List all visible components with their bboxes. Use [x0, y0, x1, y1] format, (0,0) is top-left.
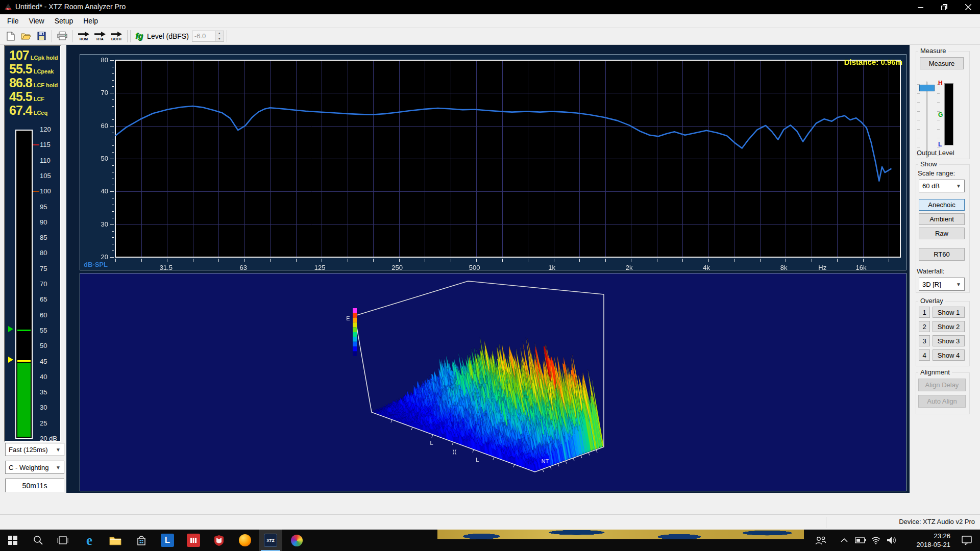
- meter-scale-label: 95: [40, 203, 47, 211]
- show-4-button[interactable]: Show 4: [933, 349, 965, 361]
- spin-up-icon[interactable]: ▲: [215, 31, 224, 37]
- chevron-down-icon: ▼: [956, 183, 961, 189]
- meter-hold-line: [17, 330, 31, 331]
- measure-button[interactable]: Measure: [920, 57, 964, 69]
- meter-scale-label: 85: [40, 234, 47, 241]
- meter-scale-label: 35: [40, 388, 47, 396]
- meter-hold-line: [17, 360, 31, 362]
- action-center-icon[interactable]: [955, 530, 978, 551]
- open-file-button[interactable]: [18, 29, 34, 43]
- windows-logo-icon: [8, 536, 17, 545]
- rt60-button[interactable]: RT60: [919, 248, 965, 261]
- waterfall-mode-select[interactable]: 3D [R]▼: [919, 278, 965, 291]
- people-icon[interactable]: [811, 530, 831, 551]
- overlay-4-button[interactable]: 4: [919, 349, 930, 361]
- vu-high-label: H: [938, 80, 943, 87]
- chevron-down-icon: ▼: [56, 447, 61, 453]
- menu-file[interactable]: File: [2, 15, 24, 27]
- toolbar: ROM RTA BOTH fg Level (dBFS) -6.0 ▲ ▼: [0, 28, 980, 45]
- menu-help[interactable]: Help: [78, 15, 103, 27]
- anechoic-button[interactable]: Anechoic: [919, 199, 965, 211]
- overlay-1-button[interactable]: 1: [919, 307, 930, 318]
- meter-scale-label: 110: [40, 157, 51, 164]
- search-icon: [33, 535, 43, 545]
- app-logo-icon: fle: [4, 3, 12, 13]
- title-bar: fle Untitled* - XTZ Room Analyzer Pro: [0, 0, 980, 14]
- ambient-button[interactable]: Ambient: [919, 213, 965, 225]
- spl-level-meter: [15, 130, 33, 439]
- align-delay-button[interactable]: Align Delay: [918, 379, 966, 391]
- meter-scale-label: 50: [40, 342, 47, 349]
- close-button[interactable]: [957, 0, 980, 14]
- minimize-button[interactable]: [909, 0, 932, 14]
- weighting-select[interactable]: C - Weighting▼: [5, 461, 64, 474]
- toolbar-separator: [227, 30, 227, 42]
- new-file-icon: [7, 32, 15, 41]
- new-file-button[interactable]: [3, 29, 18, 43]
- menu-bar: File View Setup Help: [0, 14, 980, 28]
- edge-browser-icon[interactable]: e: [78, 530, 101, 551]
- overlay-3-button[interactable]: 3: [919, 335, 930, 346]
- paint3d-icon[interactable]: [285, 530, 308, 551]
- show-3-button[interactable]: Show 3: [933, 335, 965, 346]
- firefox-icon[interactable]: [233, 530, 257, 551]
- print-button[interactable]: [55, 29, 70, 43]
- search-button[interactable]: [27, 530, 50, 551]
- store-icon[interactable]: [130, 530, 153, 551]
- meter-speed-select[interactable]: Fast (125ms)▼: [5, 443, 64, 456]
- export-both-button[interactable]: BOTH: [108, 29, 125, 43]
- auto-align-button[interactable]: Auto Align: [918, 395, 966, 408]
- show-1-button[interactable]: Show 1: [933, 307, 965, 318]
- raw-button[interactable]: Raw: [919, 228, 965, 239]
- taskbar: e L XTZ: [0, 530, 980, 551]
- tray-expand-chevron-icon[interactable]: [835, 530, 853, 551]
- frequency-chart-panel: [80, 54, 906, 270]
- meter-limit-tick: [33, 144, 39, 145]
- restore-button[interactable]: [933, 0, 956, 14]
- printer-icon: [57, 32, 67, 40]
- export-both-label: BOTH: [111, 37, 121, 41]
- taskbar-clock[interactable]: 23:26 2018-05-21: [917, 532, 951, 549]
- meter-marker-arrow-icon: [8, 326, 13, 332]
- clock-time: 23:26: [917, 532, 951, 540]
- output-level-slider-track[interactable]: [926, 82, 927, 158]
- arrow-right-icon: [78, 32, 89, 37]
- generator-icon[interactable]: fg: [133, 32, 145, 41]
- meter-scale-label: 70: [40, 280, 47, 288]
- overlay-2-button[interactable]: 2: [919, 321, 930, 332]
- export-rta-button[interactable]: RTA: [92, 29, 108, 43]
- file-explorer-icon[interactable]: [104, 530, 127, 551]
- app-red-icon[interactable]: [182, 530, 205, 551]
- folder-icon: [109, 536, 121, 545]
- show-2-button[interactable]: Show 2: [933, 321, 965, 332]
- meter-scale-label: 30: [40, 404, 47, 411]
- menu-view[interactable]: View: [24, 15, 50, 27]
- toolbar-separator: [127, 30, 128, 42]
- arrow-right-icon: [111, 32, 122, 37]
- mcafee-shield-icon[interactable]: [207, 530, 231, 551]
- overlay-group-label: Overlay: [918, 297, 945, 305]
- reading-lceq: 67.4LCeq: [9, 103, 47, 116]
- reading-lcf-hold: 86.8LCF hold: [9, 76, 58, 89]
- elapsed-timer: 50m11s: [5, 479, 64, 492]
- export-rom-button[interactable]: ROM: [76, 29, 92, 43]
- level-spinner[interactable]: ▲ ▼: [215, 31, 224, 42]
- level-dbfs-input[interactable]: -6.0: [192, 31, 215, 42]
- output-level-slider-handle[interactable]: [919, 85, 935, 91]
- reading-lcpeak: 55.5LCpeak: [9, 62, 54, 75]
- app-l-icon[interactable]: L: [156, 530, 179, 551]
- meter-scale-label: 65: [40, 295, 47, 303]
- task-view-button[interactable]: [51, 530, 75, 551]
- meter-scale-label: 55: [40, 327, 47, 334]
- save-button[interactable]: [34, 29, 49, 43]
- reading-lcpk-hold: 107LCpk hold: [9, 48, 58, 61]
- toolbar-separator: [130, 30, 131, 42]
- scale-range-select[interactable]: 60 dB▼: [919, 180, 965, 192]
- meter-limit-tick: [33, 191, 39, 192]
- xtz-app-active[interactable]: XTZ: [259, 530, 282, 551]
- spin-down-icon[interactable]: ▼: [215, 36, 224, 41]
- start-button[interactable]: [1, 530, 24, 551]
- volume-icon[interactable]: [882, 530, 901, 551]
- menu-setup[interactable]: Setup: [50, 15, 79, 27]
- meter-scale-label: 100: [40, 187, 51, 195]
